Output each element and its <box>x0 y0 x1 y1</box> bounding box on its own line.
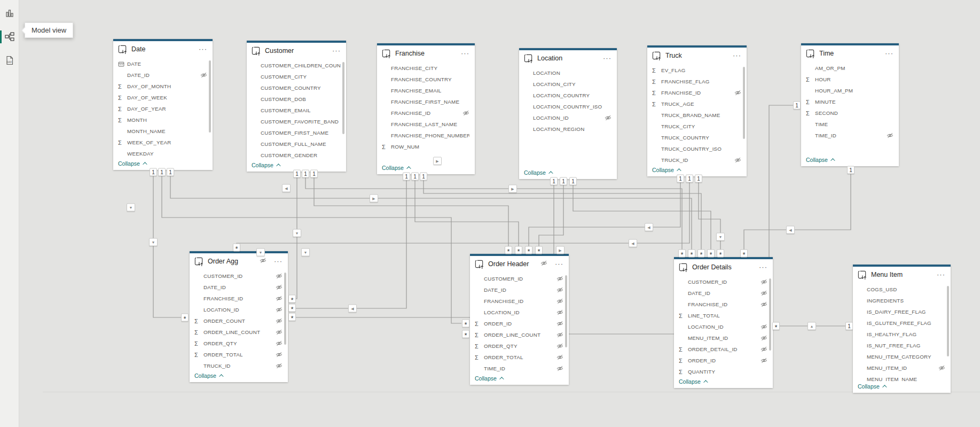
field-row[interactable]: Σ ORDER_QTY <box>470 340 569 352</box>
field-row[interactable]: Σ FRANCHISE_FLAG <box>647 76 747 87</box>
field-row[interactable]: CUSTOMER_ID <box>470 273 569 284</box>
field-row[interactable]: TIME <box>801 119 899 130</box>
dax-query-view-button[interactable]: DAX <box>0 51 19 69</box>
field-row[interactable]: TRUCK_BRAND_NAME <box>647 110 747 121</box>
field-row[interactable]: Σ ORDER_LINE_COUNT <box>470 329 569 340</box>
field-row[interactable]: CUSTOMER_ID <box>674 276 773 288</box>
table-header[interactable]: Order Agg ··· <box>190 253 288 269</box>
field-row[interactable]: LOCATION_ID <box>470 307 569 318</box>
relationship-line[interactable] <box>415 174 519 254</box>
field-row[interactable]: MENU_ITEM_ID <box>674 332 773 344</box>
table-card-customer[interactable]: Customer··· CUSTOMER_CHILDREN_COUNT CUST… <box>247 41 346 172</box>
field-row[interactable]: Σ SECOND <box>801 107 899 119</box>
field-row[interactable]: CUSTOMER_FAVORITE_BAND <box>247 116 346 127</box>
field-row[interactable]: Σ ORDER_TOTAL <box>470 352 569 363</box>
field-row[interactable]: Σ FRANCHISE_ID <box>647 87 747 98</box>
field-row[interactable]: MENU_ITEM_CATEGORY <box>853 351 951 362</box>
field-row[interactable]: Σ ORDER_QTY <box>190 338 288 349</box>
table-more-options-button[interactable]: ··· <box>273 258 283 265</box>
relationship-line[interactable] <box>237 176 689 251</box>
field-row[interactable]: FRANCHISE_FIRST_NAME <box>377 96 475 107</box>
relationship-line[interactable] <box>744 168 851 257</box>
table-scrollbar[interactable] <box>565 275 567 347</box>
table-more-options-button[interactable]: ··· <box>602 55 612 62</box>
relationship-line[interactable] <box>573 179 711 257</box>
table-card-menu-item[interactable]: Menu Item··· COGS_USD INGREDIENTS IS_DAI… <box>853 265 951 393</box>
field-row[interactable]: DATE_ID <box>113 69 213 81</box>
table-more-options-button[interactable]: ··· <box>884 50 894 57</box>
table-card-order-details[interactable]: Order Details··· CUSTOMER_ID DATE_ID FRA… <box>674 257 773 388</box>
field-row[interactable]: TRUCK_ID <box>647 154 747 165</box>
table-more-options-button[interactable]: ··· <box>758 263 768 271</box>
field-row[interactable]: DATE_ID <box>674 288 773 299</box>
table-card-franchise[interactable]: Franchise··· FRANCHISE_CITY FRANCHISE_CO… <box>377 43 475 174</box>
collapse-link[interactable]: Collapse <box>470 374 569 385</box>
table-header[interactable]: Date··· <box>113 41 213 57</box>
field-row[interactable]: TRUCK_ID <box>190 360 288 371</box>
field-row[interactable]: FRANCHISE_PHONE_NUMBER <box>377 130 475 141</box>
table-card-order-agg[interactable]: Order Agg ··· CUSTOMER_ID DATE_ID FRANCH… <box>190 251 288 382</box>
field-row[interactable]: LOCATION_REGION <box>519 123 617 135</box>
table-header[interactable]: Order Header ··· <box>470 256 569 272</box>
field-row[interactable]: Σ QUANTITY <box>674 366 773 377</box>
table-card-location[interactable]: Location··· LOCATION LOCATION_CITY LOCAT… <box>519 48 617 179</box>
field-row[interactable]: Σ LINE_TOTAL <box>674 310 773 321</box>
relationship-line[interactable] <box>529 176 680 254</box>
table-header[interactable]: Menu Item··· <box>853 267 951 283</box>
table-scrollbar[interactable] <box>743 67 745 139</box>
model-canvas[interactable]: Date··· DATE DATE_ID Σ DAY_OF_MONTH Σ DA… <box>0 0 980 427</box>
report-view-button[interactable] <box>0 4 19 22</box>
field-row[interactable]: CUSTOMER_CITY <box>247 71 346 82</box>
field-row[interactable]: LOCATION_COUNTRY_ISO <box>519 101 617 112</box>
collapse-link[interactable]: Collapse <box>674 377 773 388</box>
field-row[interactable]: LOCATION <box>519 67 617 79</box>
field-row[interactable]: IS_NUT_FREE_FLAG <box>853 340 951 351</box>
field-row[interactable]: Σ ORDER_COUNT <box>190 315 288 327</box>
field-row[interactable]: Σ ORDER_LINE_COUNT <box>190 327 288 338</box>
table-header[interactable]: Customer··· <box>247 43 346 59</box>
field-row[interactable]: LOCATION_ID <box>674 321 773 332</box>
field-row[interactable]: LOCATION_CITY <box>519 79 617 90</box>
field-row[interactable]: LOCATION_ID <box>519 112 617 123</box>
relationship-line[interactable] <box>292 174 406 308</box>
table-header[interactable]: Location··· <box>519 50 617 66</box>
field-row[interactable]: FRANCHISE_LAST_NAME <box>377 119 475 130</box>
table-card-time[interactable]: Time··· AM_OR_PM Σ HOUR HOUR_AM_PM Σ MIN… <box>801 43 899 166</box>
table-header[interactable]: Order Details··· <box>674 259 773 275</box>
field-row[interactable]: INGREDIENTS <box>853 295 951 306</box>
field-row[interactable]: Σ DAY_OF_WEEK <box>113 92 213 103</box>
field-row[interactable]: CUSTOMER_FULL_NAME <box>247 138 346 150</box>
field-row[interactable]: LOCATION_COUNTRY <box>519 90 617 101</box>
field-row[interactable]: LOCATION_ID <box>190 304 288 315</box>
field-row[interactable]: FRANCHISE_CITY <box>377 63 475 74</box>
field-row[interactable]: CUSTOMER_GENDER <box>247 150 346 160</box>
field-row[interactable]: FRANCHISE_EMAIL <box>377 85 475 96</box>
field-row[interactable]: Σ ORDER_ID <box>470 318 569 329</box>
field-row[interactable]: CUSTOMER_FIRST_NAME <box>247 127 346 138</box>
field-row[interactable]: MONTH_NAME <box>113 126 213 137</box>
field-row[interactable]: DATE_ID <box>470 284 569 296</box>
field-row[interactable]: FRANCHISE_ID <box>470 296 569 307</box>
field-row[interactable]: TIME_ID <box>470 363 569 374</box>
field-row[interactable]: Σ ORDER_ID <box>674 355 773 366</box>
table-scrollbar[interactable] <box>947 286 949 356</box>
field-row[interactable]: FRANCHISE_ID <box>190 293 288 304</box>
field-row[interactable]: TRUCK_COUNTRY <box>647 132 747 143</box>
table-more-options-button[interactable]: ··· <box>732 52 742 59</box>
collapse-link[interactable]: Collapse <box>801 155 899 166</box>
field-row[interactable]: Σ DAY_OF_MONTH <box>113 81 213 92</box>
relationship-line[interactable] <box>305 172 682 257</box>
table-more-options-button[interactable]: ··· <box>460 50 470 57</box>
model-view-button[interactable] <box>0 28 19 46</box>
field-row[interactable]: MENU_ITEM_ID <box>853 362 951 374</box>
table-card-date[interactable]: Date··· DATE DATE_ID Σ DAY_OF_MONTH Σ DA… <box>113 39 213 170</box>
field-row[interactable]: FRANCHISE_COUNTRY <box>377 74 475 85</box>
field-row[interactable]: TIME_ID <box>801 130 899 141</box>
field-row[interactable]: Σ ORDER_TOTAL <box>190 349 288 360</box>
field-row[interactable]: HOUR_AM_PM <box>801 85 899 96</box>
field-row[interactable]: FRANCHISE_ID <box>674 299 773 310</box>
field-row[interactable]: CUSTOMER_CHILDREN_COUNT <box>247 60 346 71</box>
field-row[interactable]: IS_HEALTHY_FLAG <box>853 329 951 340</box>
relationship-line[interactable] <box>424 174 701 257</box>
field-row[interactable]: MENU_ITEM_NAME <box>853 374 951 382</box>
